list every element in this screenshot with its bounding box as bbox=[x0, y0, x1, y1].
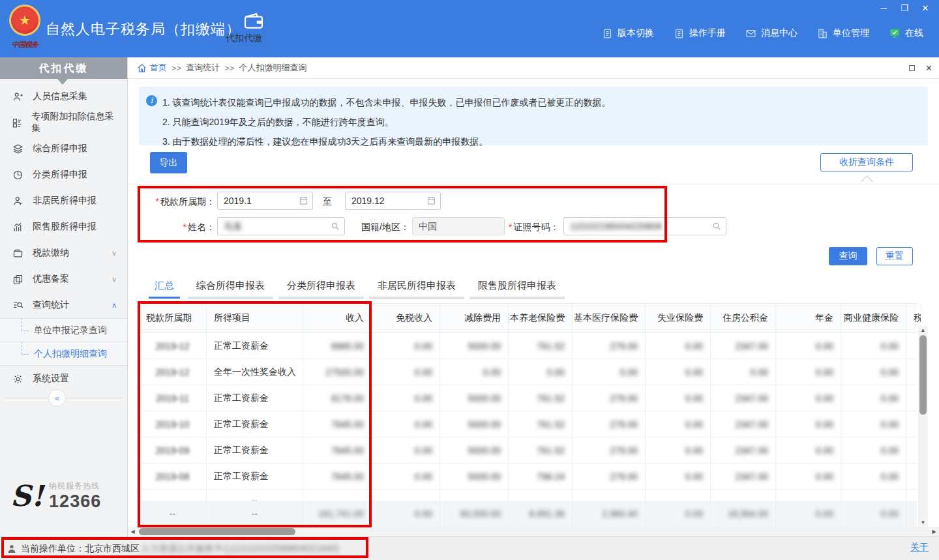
horizontal-scroll-thumb[interactable] bbox=[139, 528, 295, 535]
tab-report-2[interactable]: 分类所得申报表 bbox=[276, 274, 366, 299]
sidebar-collapse-button[interactable]: « bbox=[48, 389, 66, 407]
header-menu-label: 消息中心 bbox=[761, 27, 797, 39]
header-menu-message-center[interactable]: 消息中心 bbox=[745, 27, 797, 39]
name-input[interactable]: 马某 bbox=[217, 217, 345, 235]
header-menu-version-switch[interactable]: 版本切换 bbox=[602, 27, 654, 39]
tab-report-4[interactable]: 限售股所得申报表 bbox=[467, 274, 567, 299]
cell-value: 2347.00 bbox=[711, 385, 776, 411]
table-row[interactable]: .. bbox=[139, 490, 917, 501]
panel-close-icon[interactable]: ✕ bbox=[925, 63, 932, 73]
sidebar-item-special-deduction[interactable]: 专项附加扣除信息采集 bbox=[0, 110, 127, 136]
period-to-input[interactable]: 2019.12 bbox=[345, 192, 441, 210]
hotline-block: S! 纳税服务热线 12366 bbox=[10, 480, 121, 512]
calendar-icon[interactable] bbox=[426, 196, 436, 205]
about-link[interactable]: 关于 bbox=[910, 542, 929, 553]
tab-summary[interactable]: 汇总 bbox=[143, 274, 185, 299]
info-icon: i bbox=[146, 95, 157, 106]
table-row[interactable]: 2019-10正常工资薪金7645.000.005000.00761.52279… bbox=[139, 411, 917, 437]
sidebar-item-restricted-stock[interactable]: 限售股所得申报 bbox=[0, 214, 127, 240]
cell-value: 27500.00 bbox=[303, 359, 372, 385]
breadcrumb-separator: >> bbox=[171, 63, 181, 73]
form-list-icon bbox=[12, 117, 23, 128]
cell-value: 0.00 bbox=[776, 385, 841, 411]
cell-value: 0.00 bbox=[841, 411, 906, 437]
header-menu-manual[interactable]: 操作手册 bbox=[674, 27, 726, 39]
minimize-button[interactable]: ─ bbox=[878, 3, 889, 14]
collapse-query-button[interactable]: 收折查询条件 bbox=[820, 153, 913, 171]
sidebar-collapse-row: « bbox=[0, 389, 127, 408]
sidebar-item-label: 分类所得申报 bbox=[33, 169, 87, 181]
reset-button[interactable]: 重置 bbox=[876, 247, 913, 265]
vertical-scroll-thumb[interactable] bbox=[919, 335, 927, 415]
sidebar-item-classified-income[interactable]: 分类所得申报 bbox=[0, 162, 127, 188]
cell-value: 0.00 bbox=[573, 359, 646, 385]
restore-button[interactable]: ❐ bbox=[899, 3, 910, 14]
emblem-star-icon: ★ bbox=[9, 5, 40, 36]
scroll-down-icon[interactable]: ▼ bbox=[918, 518, 928, 527]
sidebar-menu: 人员信息采集专项附加扣除信息采集综合所得申报分类所得申报非居民所得申报限售股所得… bbox=[0, 83, 127, 392]
cell-value bbox=[509, 490, 573, 501]
vertical-scrollbar[interactable]: ▲ ▼ bbox=[918, 326, 928, 527]
horizontal-scrollbar[interactable]: ◀ ▶ bbox=[128, 527, 939, 537]
emblem-caption: 中国税务 bbox=[7, 40, 43, 50]
close-button[interactable]: ✕ bbox=[919, 3, 931, 14]
cell-value: 2347.00 bbox=[711, 411, 776, 437]
sidebar-item-preferential-filing[interactable]: 优惠备案∨ bbox=[0, 266, 127, 292]
header-menu-online-status[interactable]: 在线 bbox=[889, 27, 923, 39]
summary-value: 60,000.00 bbox=[440, 501, 509, 527]
calendar-icon[interactable] bbox=[299, 196, 308, 205]
search-icon[interactable] bbox=[711, 221, 722, 231]
scroll-up-icon[interactable]: ▲ bbox=[918, 326, 928, 334]
sidebar-item-nonresident-income[interactable]: 非居民所得申报 bbox=[0, 188, 127, 214]
sidebar-subitem-unit-declare-record-query[interactable]: 单位申报记录查询 bbox=[0, 319, 127, 342]
hotline-number: 12366 bbox=[49, 492, 101, 512]
summary-item: -- bbox=[207, 501, 303, 527]
sidebar-item-label: 人员信息采集 bbox=[33, 91, 87, 102]
export-button[interactable]: 导出 bbox=[150, 152, 187, 173]
scroll-left-icon[interactable]: ◀ bbox=[128, 527, 137, 537]
sidebar-item-query-statistics[interactable]: 查询统计∧ bbox=[0, 292, 127, 318]
cell-value: 5000.00 bbox=[440, 333, 509, 359]
sidebar-item-system-settings[interactable]: 系统设置 bbox=[0, 366, 127, 392]
cell-value: 0.00 bbox=[646, 437, 711, 463]
period-label: *税款所属期： bbox=[134, 196, 215, 208]
nationality-input: 中国 bbox=[412, 217, 505, 235]
table-row[interactable]: 2019-11正常工资薪金9178.000.005000.00761.52279… bbox=[139, 385, 917, 411]
cell-period: 2019-10 bbox=[139, 411, 207, 437]
chevron-up-icon: ∧ bbox=[112, 301, 117, 310]
search-icon[interactable] bbox=[330, 221, 340, 231]
breadcrumb-item-query-statistics[interactable]: 查询统计 bbox=[186, 62, 220, 74]
cell-value: 0.00 bbox=[776, 333, 841, 359]
header-menu-unit-manage[interactable]: 单位管理 bbox=[817, 27, 869, 39]
cell-value: 0.00 bbox=[776, 411, 841, 437]
panel-maximize-icon[interactable] bbox=[909, 65, 915, 71]
query-button[interactable]: 查询 bbox=[829, 247, 867, 265]
cell-value: 279.00 bbox=[573, 437, 646, 463]
sidebar-item-tax-payment[interactable]: 税款缴纳∨ bbox=[0, 240, 127, 266]
scroll-right-icon[interactable]: ▶ bbox=[930, 527, 938, 537]
result-tabs: 汇总综合所得申报表分类所得申报表非居民所得申报表限售股所得申报表 bbox=[143, 274, 567, 299]
cell-income-item: 正常工资薪金 bbox=[207, 437, 303, 463]
cell-value: 761.52 bbox=[509, 437, 573, 463]
sidebar-subitem-personal-withholding-detail-query[interactable]: 个人扣缴明细查询 bbox=[0, 342, 127, 366]
cell-value: 0.00 bbox=[841, 464, 906, 489]
table-row[interactable]: 2019-12正常工资薪金9985.000.005000.00761.52279… bbox=[139, 333, 917, 359]
tab-report-3[interactable]: 非居民所得申报表 bbox=[366, 274, 467, 299]
status-bar: 当前操作单位：北京市西城区 人力资源公共服务中心(121101025998040… bbox=[0, 537, 939, 560]
header-menu: 版本切换操作手册消息中心单位管理在线 bbox=[602, 27, 923, 39]
table-row[interactable]: 2019-12全年一次性奖金收入27500.000.000.000.000.00… bbox=[139, 359, 917, 385]
id-number-input[interactable]: 110102199X04220808 bbox=[563, 217, 726, 235]
table-row[interactable]: 2019-09正常工资薪金7645.000.005000.00761.52279… bbox=[139, 437, 917, 464]
summary-period: -- bbox=[139, 501, 207, 527]
tab-report-1[interactable]: 综合所得申报表 bbox=[185, 274, 276, 299]
period-from-input[interactable]: 2019.1 bbox=[217, 192, 313, 210]
sidebar-item-label: 综合所得申报 bbox=[33, 143, 87, 155]
breadcrumb-home[interactable]: 首页 bbox=[137, 62, 167, 74]
cell-value bbox=[372, 490, 440, 501]
notice-line-3: 3. 由于数据处理的滞后性，建议您在申报成功3天之后再来查询最新的申报数据。 bbox=[162, 132, 928, 151]
module-tab-withholding[interactable]: 代扣代缴 bbox=[226, 10, 282, 33]
sidebar-item-comprehensive-income[interactable]: 综合所得申报 bbox=[0, 136, 127, 162]
monitor-check-icon bbox=[889, 27, 901, 39]
sidebar-item-personnel-info[interactable]: 人员信息采集 bbox=[0, 83, 127, 110]
table-row[interactable]: 2019-08正常工资薪金7645.000.005000.00798.24279… bbox=[139, 464, 917, 490]
